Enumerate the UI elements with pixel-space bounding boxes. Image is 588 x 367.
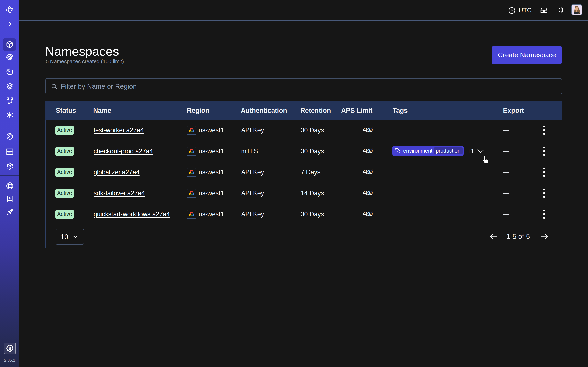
svg-text:$: $ — [9, 346, 11, 351]
